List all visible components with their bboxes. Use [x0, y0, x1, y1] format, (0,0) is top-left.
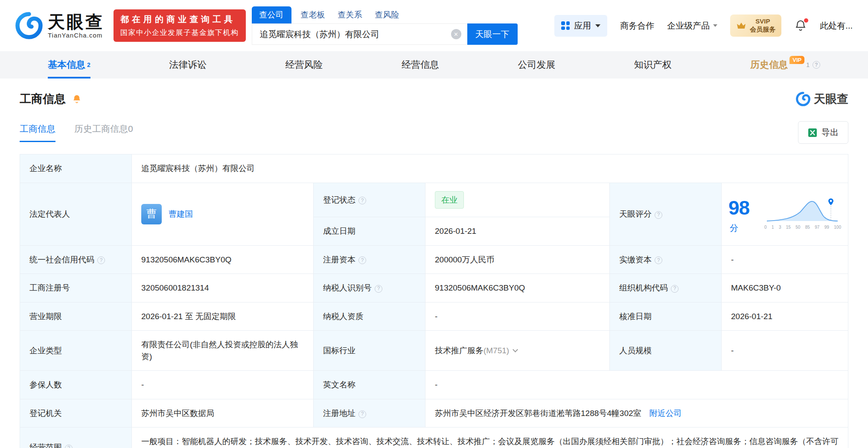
watermark-text: 天眼查	[814, 91, 848, 107]
search-type-tabs: 查公司 查老板 查关系 查风险	[252, 6, 518, 23]
export-label: 导出	[821, 127, 839, 138]
table-row: 法定代表人 曹 曹建国 登记状态? 在业 天眼评分?	[20, 183, 848, 217]
help-icon[interactable]: ?	[375, 285, 382, 293]
search-tab-boss[interactable]: 查老板	[301, 6, 325, 23]
value-company-type: 有限责任公司(非自然人投资或控股的法人独资)	[132, 331, 314, 371]
status-badge: 在业	[435, 191, 464, 209]
help-icon[interactable]: ?	[97, 256, 105, 264]
table-row: 统一社会信用代码? 91320506MAK6C3BY0Q 注册资本? 20000…	[20, 245, 848, 274]
tianyancha-logo[interactable]: 天眼查 TianYanCha.com	[15, 12, 104, 39]
table-row: 企业类型 有限责任公司(非自然人投资或控股的法人独资) 国标行业 技术推广服务 …	[20, 331, 848, 371]
crown-icon	[736, 21, 746, 30]
value-reg-capital: 200000万人民币	[425, 245, 610, 274]
chevron-down-icon	[713, 24, 717, 27]
search-tab-company[interactable]: 查公司	[252, 6, 291, 23]
label-reg-capital: 注册资本?	[314, 245, 425, 274]
label-reg-status: 登记状态?	[314, 183, 425, 217]
label-approval-date: 核准日期	[610, 302, 722, 331]
slogan-line1: 都在用的商业查询工具	[120, 14, 239, 25]
help-icon[interactable]: ?	[655, 211, 662, 219]
label-staff-size: 人员规模	[610, 331, 722, 371]
value-insured-count: -	[132, 371, 314, 399]
value-reg-status: 在业	[425, 183, 610, 217]
svip-sub-label: 会员服务	[750, 26, 775, 34]
help-icon[interactable]: ?	[655, 256, 662, 264]
table-row: 登记机关 苏州市吴中区数据局 注册地址? 苏州市吴中区经济开发区郭巷街道淞苇路1…	[20, 399, 848, 428]
help-icon[interactable]: ?	[358, 197, 366, 204]
help-icon[interactable]: ?	[671, 285, 679, 293]
business-cooperation-link[interactable]: 商务合作	[620, 20, 654, 32]
export-button[interactable]: 导出	[798, 121, 848, 144]
chevron-down-icon[interactable]	[513, 347, 518, 352]
enterprise-products-link[interactable]: 企业级产品	[667, 20, 717, 32]
value-business-term: 2026-01-21 至 无固定期限	[132, 302, 314, 331]
tab-basic-info[interactable]: 基本信息2	[48, 51, 90, 79]
value-company-name: 追觅曜宸科技（苏州）有限公司	[132, 154, 848, 183]
help-icon[interactable]: ?	[813, 61, 820, 69]
legal-rep-link[interactable]: 曹建国	[169, 208, 193, 220]
help-icon[interactable]: ?	[358, 256, 366, 264]
label-address: 注册地址?	[314, 399, 425, 428]
clear-search-icon[interactable]: ✕	[451, 29, 461, 39]
help-icon[interactable]: ?	[358, 410, 366, 418]
business-info-table: 企业名称 追觅曜宸科技（苏州）有限公司 法定代表人 曹 曹建国 登记状态? 在业	[20, 154, 848, 448]
apps-grid-icon	[561, 21, 570, 30]
label-reg-number: 工商注册号	[20, 274, 132, 303]
tab-intellectual-property[interactable]: 知识产权	[634, 51, 672, 79]
company-page-tabs: 基本信息2 法律诉讼 经营风险 经营信息 公司发展 知识产权 历史信息 VIP …	[0, 51, 868, 79]
header-nav: 应用 商务合作 企业级产品 SVIP 会员服务 此处有...	[554, 15, 853, 37]
logo-text-en: TianYanCha.com	[48, 32, 104, 39]
search-input-wrap: ✕	[252, 23, 467, 45]
monitor-bell-button[interactable]	[72, 94, 82, 104]
svip-membership-button[interactable]: SVIP 会员服务	[730, 15, 781, 37]
search-tab-risk[interactable]: 查风险	[375, 6, 399, 23]
search-input[interactable]	[259, 29, 443, 40]
label-english-name: 英文名称	[314, 371, 425, 399]
table-row: 经营范围? 一般项目：智能机器人的研发；技术服务、技术开发、技术咨询、技术交流、…	[20, 428, 848, 448]
label-paid-capital: 实缴资本?	[610, 245, 722, 274]
table-row: 企业名称 追觅曜宸科技（苏州）有限公司	[20, 154, 848, 183]
value-legal-rep: 曹 曹建国	[132, 183, 314, 245]
legal-rep-avatar[interactable]: 曹	[141, 204, 162, 224]
svip-label: SVIP	[750, 17, 775, 26]
value-address: 苏州市吴中区经济开发区郭巷街道淞苇路1288号4幢302室 附近公司	[425, 399, 848, 428]
business-cooperation-label: 商务合作	[620, 20, 654, 32]
score-axis-labels: 0131550859799100	[764, 224, 841, 231]
tab-business-info[interactable]: 经营信息	[402, 51, 439, 79]
main-content: 工商信息 天眼查 工商信息 历史工商信息0 导出	[0, 91, 868, 448]
label-taxpayer-quality: 纳税人资质	[314, 302, 425, 331]
apps-button[interactable]: 应用	[554, 15, 607, 37]
label-taxpayer-id: 纳税人识别号?	[314, 274, 425, 303]
search-button[interactable]: 天眼一下	[467, 23, 518, 45]
excel-icon	[808, 128, 817, 137]
nearby-companies-link[interactable]: 附近公司	[650, 409, 682, 418]
value-tianyan-score[interactable]: 98分 0131550	[722, 183, 848, 245]
help-icon[interactable]: ?	[65, 445, 73, 448]
label-tianyan-score: 天眼评分?	[610, 183, 722, 245]
tab-history-info[interactable]: 历史信息 VIP 1 ?	[750, 51, 820, 79]
value-taxpayer-quality: -	[425, 302, 610, 331]
notification-bell-button[interactable]	[794, 19, 807, 32]
tab-company-development[interactable]: 公司发展	[518, 51, 555, 79]
label-business-scope: 经营范围?	[20, 428, 132, 448]
value-industry: 技术推广服务 (M751)	[425, 331, 610, 371]
label-org-code: 组织机构代码?	[610, 274, 722, 303]
value-establish-date: 2026-01-21	[425, 217, 610, 246]
label-insured-count: 参保人数	[20, 371, 132, 399]
value-reg-number: 320506001821314	[132, 274, 314, 303]
user-menu[interactable]: 此处有...	[820, 20, 853, 32]
value-taxpayer-id: 91320506MAK6C3BY0Q	[425, 274, 610, 303]
value-org-code: MAK6C3BY-0	[722, 274, 848, 303]
subtab-history-registration[interactable]: 历史工商信息0	[74, 123, 133, 142]
tab-operational-risk[interactable]: 经营风险	[285, 51, 323, 79]
tianyancha-watermark: 天眼查	[796, 91, 848, 107]
chevron-down-icon	[595, 24, 600, 27]
tab-legal-proceedings[interactable]: 法律诉讼	[169, 51, 207, 79]
search-tab-relation[interactable]: 查关系	[338, 6, 362, 23]
label-legal-rep: 法定代表人	[20, 183, 132, 245]
value-registry: 苏州市吴中区数据局	[132, 399, 314, 428]
label-company-type: 企业类型	[20, 331, 132, 371]
subtab-business-registration[interactable]: 工商信息	[20, 123, 55, 142]
label-business-term: 营业期限	[20, 302, 132, 331]
value-english-name: -	[425, 371, 848, 399]
